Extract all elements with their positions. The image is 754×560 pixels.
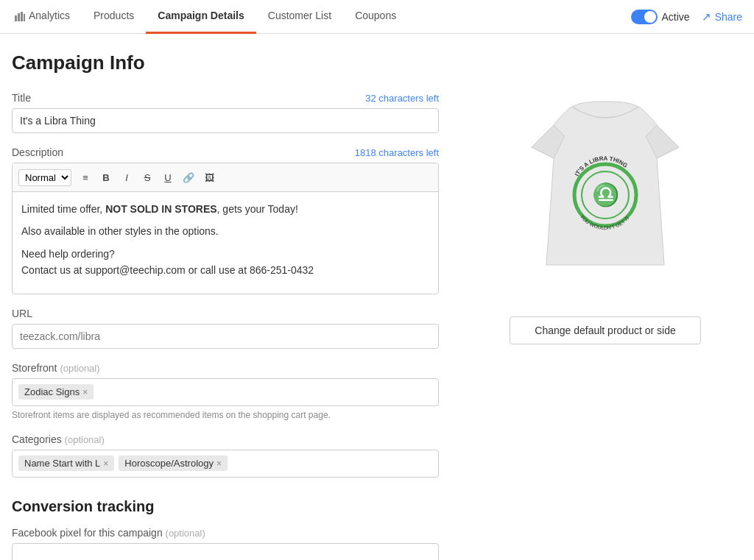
bold-button[interactable]: B	[96, 168, 116, 187]
tag-horoscope: Horoscope/Astrology ×	[119, 456, 228, 471]
left-panel: Campaign Info Title 32 characters left D…	[12, 52, 439, 560]
svg-rect-0	[15, 15, 17, 21]
underline-button[interactable]: U	[158, 168, 177, 187]
tab-customer-list[interactable]: Customer List	[256, 0, 343, 34]
title-counter: 32 characters left	[365, 93, 439, 104]
image-button[interactable]: 🖼	[200, 168, 219, 187]
page-title: Campaign Info	[12, 52, 439, 74]
italic-button[interactable]: I	[117, 168, 136, 187]
analytics-icon	[15, 10, 25, 21]
list-button[interactable]: ≡	[76, 168, 95, 187]
share-button[interactable]: ↗ Share	[702, 10, 742, 24]
active-label: Active	[662, 11, 690, 23]
fb-pixel-label: Facebook pixel for this campaign (option…	[12, 527, 205, 539]
editor-content[interactable]: Limited time offer, NOT SOLD IN STORES, …	[13, 192, 438, 294]
format-select[interactable]: Normal	[18, 169, 71, 186]
nav-bar: Analytics Products Campaign Details Cust…	[0, 0, 754, 34]
toggle-switch[interactable]	[631, 10, 658, 24]
fb-pixel-optional: (optional)	[166, 528, 205, 539]
title-field-header: Title 32 characters left	[12, 92, 439, 104]
description-field-group: Description 1818 characters left Normal …	[12, 146, 439, 294]
title-input[interactable]	[12, 108, 439, 133]
tab-products[interactable]: Products	[82, 0, 146, 34]
title-label: Title	[12, 92, 31, 104]
svg-rect-3	[24, 14, 25, 21]
categories-field-group: Categories (optional) Name Start with L …	[12, 433, 439, 478]
tshirt-image: ♎ IT'S A LIBRA THING YOU WOULDN'T GET IT	[517, 88, 694, 294]
svg-rect-2	[21, 12, 23, 21]
categories-optional: (optional)	[65, 434, 105, 445]
storefront-tag-input[interactable]: Zodiac Signs ×	[12, 378, 439, 406]
description-field-header: Description 1818 characters left	[12, 146, 439, 158]
description-counter: 1818 characters left	[355, 147, 439, 158]
categories-tag-input[interactable]: Name Start with L × Horoscope/Astrology …	[12, 450, 439, 478]
editor-toolbar: Normal ≡ B I S U 🔗 🖼	[13, 163, 438, 192]
tag-name-start: Name Start with L ×	[18, 456, 114, 471]
share-icon: ↗	[702, 10, 711, 24]
tshirt-preview: ♎ IT'S A LIBRA THING YOU WOULDN'T GET IT	[510, 81, 701, 302]
storefront-field-group: Storefront (optional) Zodiac Signs × Sto…	[12, 362, 439, 420]
categories-field-header: Categories (optional)	[12, 433, 439, 445]
url-label: URL	[12, 308, 32, 319]
nav-tabs: Analytics Products Campaign Details Cust…	[12, 0, 631, 34]
title-field-group: Title 32 characters left	[12, 92, 439, 133]
tab-coupons[interactable]: Coupons	[343, 0, 408, 34]
storefront-label: Storefront (optional)	[12, 362, 100, 374]
storefront-field-header: Storefront (optional)	[12, 362, 439, 374]
fb-pixel-input[interactable]	[12, 543, 439, 560]
storefront-hint: Storefront items are displayed as recomm…	[12, 410, 439, 420]
svg-text:♎: ♎	[592, 182, 620, 208]
tag-horoscope-remove[interactable]: ×	[216, 458, 222, 469]
tab-campaign-details[interactable]: Campaign Details	[146, 0, 256, 34]
categories-label: Categories (optional)	[12, 433, 105, 445]
tag-zodiac-signs: Zodiac Signs ×	[18, 384, 94, 400]
right-panel: ♎ IT'S A LIBRA THING YOU WOULDN'T GET IT…	[468, 52, 742, 560]
tag-name-start-remove[interactable]: ×	[103, 458, 108, 469]
active-toggle[interactable]: Active	[631, 10, 690, 24]
url-field-group: URL	[12, 308, 439, 349]
strikethrough-button[interactable]: S	[138, 168, 157, 187]
svg-rect-1	[18, 13, 20, 21]
conversion-section-title: Conversion tracking	[12, 498, 439, 515]
fb-pixel-header: Facebook pixel for this campaign (option…	[12, 527, 439, 539]
description-editor: Normal ≡ B I S U 🔗 🖼 Limited time offer,…	[12, 163, 439, 294]
nav-right: Active ↗ Share	[631, 10, 742, 24]
fb-pixel-field-group: Facebook pixel for this campaign (option…	[12, 527, 439, 560]
description-label: Description	[12, 146, 63, 158]
url-input[interactable]	[12, 324, 439, 349]
main-container: Campaign Info Title 32 characters left D…	[0, 34, 754, 560]
change-product-button[interactable]: Change default product or side	[510, 316, 701, 344]
tab-analytics[interactable]: Analytics	[12, 0, 82, 34]
tag-zodiac-remove[interactable]: ×	[82, 387, 88, 397]
link-button[interactable]: 🔗	[179, 168, 198, 187]
url-field-header: URL	[12, 308, 439, 319]
storefront-optional: (optional)	[60, 363, 99, 374]
